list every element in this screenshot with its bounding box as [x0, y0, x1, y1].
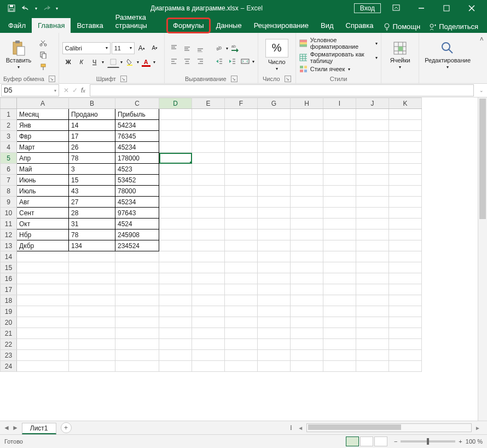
- cell-E11[interactable]: [192, 219, 225, 229]
- cell-B17[interactable]: [69, 284, 115, 295]
- cell-B1[interactable]: Продано: [69, 109, 115, 120]
- cell-K20[interactable]: [389, 317, 422, 328]
- cell-B2[interactable]: 14: [69, 120, 115, 131]
- copy-icon[interactable]: [37, 49, 49, 60]
- cell-F19[interactable]: [225, 306, 258, 317]
- cell-I13[interactable]: [323, 240, 356, 251]
- cell-B23[interactable]: [69, 350, 115, 361]
- cell-G23[interactable]: [258, 350, 291, 361]
- cell-A6[interactable]: Май: [17, 164, 69, 175]
- cell-A5[interactable]: Апр: [17, 153, 69, 164]
- cell-K2[interactable]: [389, 120, 422, 131]
- row-header-5[interactable]: 5: [1, 153, 17, 164]
- cell-F7[interactable]: [225, 175, 258, 186]
- row-header-24[interactable]: 24: [1, 361, 17, 372]
- undo-icon[interactable]: [21, 3, 31, 13]
- cell-K1[interactable]: [389, 109, 422, 120]
- cell-F13[interactable]: [225, 240, 258, 251]
- align-right-icon[interactable]: [194, 56, 206, 67]
- cell-E9[interactable]: [192, 197, 225, 208]
- close-button[interactable]: [462, 1, 482, 16]
- cell-I6[interactable]: [323, 164, 356, 175]
- cell-K18[interactable]: [389, 295, 422, 306]
- cell-D13[interactable]: [159, 240, 192, 251]
- formula-bar[interactable]: [90, 84, 474, 96]
- row-header-15[interactable]: 15: [1, 262, 17, 273]
- cell-F23[interactable]: [225, 350, 258, 361]
- cell-K7[interactable]: [389, 175, 422, 186]
- row-header-6[interactable]: 6: [1, 164, 17, 175]
- cell-C19[interactable]: [115, 306, 159, 317]
- cell-D9[interactable]: [159, 197, 192, 208]
- cell-J21[interactable]: [356, 328, 389, 339]
- cell-F10[interactable]: [225, 208, 258, 219]
- cell-H17[interactable]: [291, 284, 323, 295]
- cell-I1[interactable]: [323, 109, 356, 120]
- cell-G24[interactable]: [258, 361, 291, 372]
- cut-icon[interactable]: [37, 37, 49, 48]
- cell-E17[interactable]: [192, 284, 225, 295]
- cell-I21[interactable]: [323, 328, 356, 339]
- cell-F21[interactable]: [225, 328, 258, 339]
- dialog-launcher-icon[interactable]: ↘: [285, 76, 291, 82]
- qat-customize-icon[interactable]: ▾: [56, 6, 58, 11]
- cell-F3[interactable]: [225, 131, 258, 142]
- sheet-nav-prev-icon[interactable]: ◄: [3, 424, 10, 432]
- cell-A1[interactable]: Месяц: [17, 109, 69, 120]
- cell-K24[interactable]: [389, 361, 422, 372]
- cell-H5[interactable]: [291, 153, 323, 164]
- cell-I5[interactable]: [323, 153, 356, 164]
- cell-J24[interactable]: [356, 361, 389, 372]
- cell-E2[interactable]: [192, 120, 225, 131]
- cell-B18[interactable]: [69, 295, 115, 306]
- row-header-3[interactable]: 3: [1, 131, 17, 142]
- tab-data[interactable]: Данные: [210, 18, 248, 33]
- cell-D16[interactable]: [159, 273, 192, 284]
- col-header-E[interactable]: E: [192, 98, 225, 109]
- cell-E13[interactable]: [192, 240, 225, 251]
- cell-E24[interactable]: [192, 361, 225, 372]
- row-header-21[interactable]: 21: [1, 328, 17, 339]
- cell-A24[interactable]: [17, 361, 69, 372]
- cell-F4[interactable]: [225, 142, 258, 153]
- row-header-1[interactable]: 1: [1, 109, 17, 120]
- cell-I7[interactable]: [323, 175, 356, 186]
- cell-E10[interactable]: [192, 208, 225, 219]
- cell-C15[interactable]: [115, 262, 159, 273]
- cell-I24[interactable]: [323, 361, 356, 372]
- format-painter-icon[interactable]: [37, 61, 49, 72]
- cell-A7[interactable]: Июнь: [17, 175, 69, 186]
- underline-button[interactable]: Ч: [89, 56, 101, 67]
- cell-D8[interactable]: [159, 186, 192, 197]
- cell-G21[interactable]: [258, 328, 291, 339]
- cell-J11[interactable]: [356, 219, 389, 229]
- cell-F2[interactable]: [225, 120, 258, 131]
- col-header-D[interactable]: D: [159, 98, 192, 109]
- cell-G7[interactable]: [258, 175, 291, 186]
- row-header-9[interactable]: 9: [1, 197, 17, 208]
- cell-E15[interactable]: [192, 262, 225, 273]
- dialog-launcher-icon[interactable]: ↘: [231, 76, 237, 82]
- bold-button[interactable]: Ж: [62, 56, 74, 67]
- row-header-16[interactable]: 16: [1, 273, 17, 284]
- cell-D15[interactable]: [159, 262, 192, 273]
- cell-B14[interactable]: [69, 251, 115, 262]
- cell-H1[interactable]: [291, 109, 323, 120]
- cell-G13[interactable]: [258, 240, 291, 251]
- cell-G5[interactable]: [258, 153, 291, 164]
- cell-A20[interactable]: [17, 317, 69, 328]
- cell-I23[interactable]: [323, 350, 356, 361]
- cell-H2[interactable]: [291, 120, 323, 131]
- cell-F15[interactable]: [225, 262, 258, 273]
- worksheet-grid[interactable]: ABCDEFGHIJK1МесяцПроданоПрибыль2Янв14542…: [0, 97, 487, 421]
- cell-H20[interactable]: [291, 317, 323, 328]
- cell-I3[interactable]: [323, 131, 356, 142]
- cell-H8[interactable]: [291, 186, 323, 197]
- hscroll-left-icon[interactable]: ◄: [294, 425, 306, 431]
- paste-button[interactable]: Вставить ▾: [3, 39, 34, 71]
- conditional-formatting-button[interactable]: Условное форматирование ▾: [299, 37, 378, 50]
- hscroll-right-icon[interactable]: ►: [472, 425, 484, 431]
- share-button[interactable]: Поделиться: [426, 20, 482, 33]
- row-header-10[interactable]: 10: [1, 208, 17, 219]
- col-header-K[interactable]: K: [389, 98, 422, 109]
